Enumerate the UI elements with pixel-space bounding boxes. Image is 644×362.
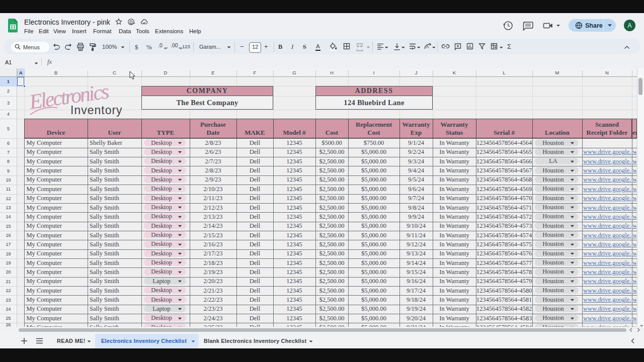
svg-text:A: A: [426, 44, 429, 49]
